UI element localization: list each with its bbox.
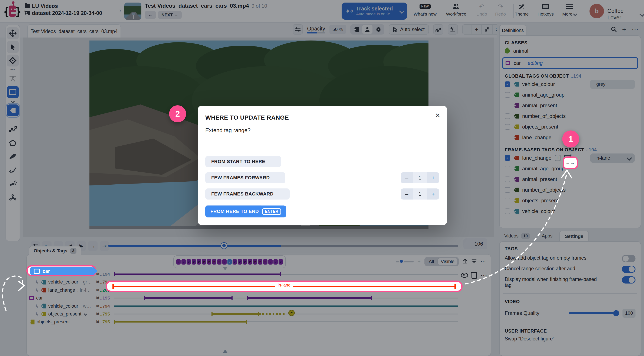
highlight-ring-lane-track[interactable]: in-lane xyxy=(106,280,462,292)
highlight-ring-car-label: car xyxy=(26,265,96,276)
frame-count-stepper: –1+ xyxy=(401,188,439,200)
stepper-minus-button[interactable]: – xyxy=(401,188,413,200)
step-marker-2: 2 xyxy=(169,105,186,122)
close-icon[interactable]: ✕ xyxy=(435,112,440,119)
from-here-to-end-button[interactable]: FROM HERE TO END ENTER xyxy=(205,205,286,217)
step-marker-1: 1 xyxy=(562,130,579,148)
stepper-plus-button[interactable]: + xyxy=(427,172,439,183)
modal-option-from-start-to-here[interactable]: FROM START TO HERE xyxy=(205,156,281,167)
modal-title: WHERE TO UPDATE RANGE xyxy=(205,114,440,121)
selected-object-label-car[interactable]: car xyxy=(30,267,93,275)
stepper-minus-button[interactable]: – xyxy=(401,172,413,183)
expand-range-button[interactable]: ←→ xyxy=(564,158,577,168)
stepper-value: 1 xyxy=(413,172,427,183)
enter-key-badge: ENTER xyxy=(262,208,281,215)
frame-count-stepper: –1+ xyxy=(401,172,439,183)
modal-question: Extend tag range? xyxy=(205,127,440,134)
modal-option-few-frames-backward[interactable]: FEW FRAMES BACKWARD xyxy=(205,188,290,200)
stepper-plus-button[interactable]: + xyxy=(427,188,439,200)
app-root: { } › LU Videos dataset 2024-12-19 20-34… xyxy=(0,0,644,356)
stepper-value: 1 xyxy=(413,188,427,200)
lane-range-label: in-lane xyxy=(275,283,293,287)
update-range-modal: WHERE TO UPDATE RANGE ✕ Extend tag range… xyxy=(198,106,447,225)
bbox-icon xyxy=(34,269,40,274)
modal-option-few-frames-forward[interactable]: FEW FRAMES FORWARD xyxy=(205,172,285,183)
